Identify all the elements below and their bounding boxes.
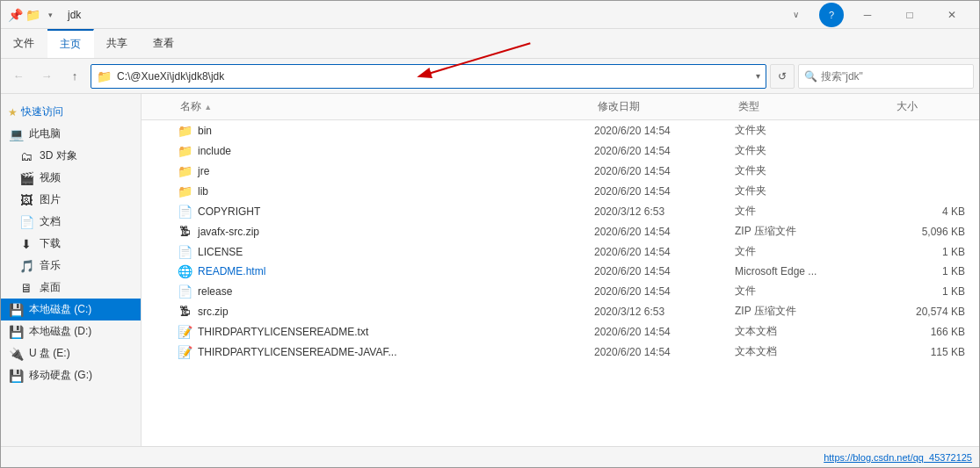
up-button[interactable]: ↑ xyxy=(62,64,87,89)
ribbon: 文件 主页 共享 查看 xyxy=(1,29,979,59)
desktop-icon: 🖥 xyxy=(18,281,34,295)
txt-icon: 📝 xyxy=(177,345,192,359)
3d-icon: 🗂 xyxy=(18,149,34,163)
sidebar-item-usb-e[interactable]: 🔌 U 盘 (E:) xyxy=(1,342,141,364)
sidebar-item-3d[interactable]: 🗂 3D 对象 xyxy=(1,145,141,167)
star-icon: ★ xyxy=(8,106,18,119)
folder-icon: 📁 xyxy=(177,184,192,198)
disk-c-icon: 💾 xyxy=(8,303,24,317)
quick-access-label: 快速访问 xyxy=(21,104,63,119)
file-name-cell: 📁 lib xyxy=(177,184,594,198)
titlebar-icons: 📌 📁 ▾ xyxy=(8,8,57,22)
file-row[interactable]: 📄 LICENSE 2020/6/20 14:54 文件 1 KB xyxy=(142,241,979,262)
tab-share[interactable]: 共享 xyxy=(94,29,141,58)
file-row[interactable]: 📄 release 2020/6/20 14:54 文件 1 KB xyxy=(142,281,979,301)
col-date[interactable]: 修改日期 xyxy=(594,97,735,116)
sidebar-item-local-d[interactable]: 💾 本地磁盘 (D:) xyxy=(1,320,141,342)
file-name-cell: 📄 LICENSE xyxy=(177,245,594,259)
file-name-cell: 📁 include xyxy=(177,144,594,158)
navbar: ← → ↑ 📁 C:\@XueXi\jdk\jdk8\jdk ▾ ↺ 🔍 xyxy=(1,59,979,94)
file-name-cell: 📁 jre xyxy=(177,164,594,178)
file-row[interactable]: 🗜 javafx-src.zip 2020/6/20 14:54 ZIP 压缩文… xyxy=(142,221,979,241)
file-name-cell: 📝 THIRDPARTYLICENSEREADME-JAVAF... xyxy=(177,345,594,359)
file-name-cell: 📄 COPYRIGHT xyxy=(177,205,594,219)
quick-access-icon: 📌 xyxy=(8,8,22,22)
file-row[interactable]: 📁 include 2020/6/20 14:54 文件夹 xyxy=(142,140,979,161)
file-name-cell: 🗜 src.zip xyxy=(177,305,594,318)
sidebar-item-music[interactable]: 🎵 音乐 xyxy=(1,255,141,277)
file-name-cell: 📄 release xyxy=(177,284,594,299)
file-row[interactable]: 📁 lib 2020/6/20 14:54 文件夹 xyxy=(142,181,979,201)
download-icon: ⬇ xyxy=(18,237,34,251)
music-icon: 🎵 xyxy=(18,259,34,273)
pc-icon: 💻 xyxy=(8,127,24,141)
sidebar-item-this-pc[interactable]: 💻 此电脑 xyxy=(1,123,141,145)
folder-icon: 📁 xyxy=(177,164,192,178)
sidebar-item-desktop[interactable]: 🖥 桌面 xyxy=(1,277,141,299)
search-bar[interactable]: 🔍 xyxy=(798,64,974,89)
close-button[interactable]: ✕ xyxy=(932,1,972,29)
folder-icon: 📁 xyxy=(177,124,192,138)
refresh-icon: ↺ xyxy=(778,70,787,83)
file-icon: 📄 xyxy=(177,284,192,299)
explorer-window: 📌 📁 ▾ jdk ∨ ? ─ □ ✕ 文件 主页 共享 xyxy=(0,0,980,468)
tab-home[interactable]: 主页 xyxy=(47,29,94,58)
chevron-button[interactable]: ∨ xyxy=(775,1,816,29)
address-folder-icon: 📁 xyxy=(97,69,112,83)
tab-file[interactable]: 文件 xyxy=(1,29,47,58)
window-title: jdk xyxy=(68,9,81,21)
folder-icon: 📁 xyxy=(25,8,40,22)
sidebar-item-removable-g[interactable]: 💾 移动硬盘 (G:) xyxy=(1,364,141,386)
file-list: 📁 bin 2020/6/20 14:54 文件夹 📁 include 2020… xyxy=(142,120,979,446)
search-input[interactable] xyxy=(821,70,944,83)
sort-arrow: ▲ xyxy=(204,103,212,112)
statusbar: https://blog.csdn.net/qq_45372125 xyxy=(1,446,979,467)
maximize-button[interactable]: □ xyxy=(889,1,930,29)
tab-view[interactable]: 查看 xyxy=(141,29,187,58)
forward-button[interactable]: → xyxy=(34,64,59,89)
file-icon: 📄 xyxy=(177,205,192,219)
picture-icon: 🖼 xyxy=(18,193,34,207)
file-row[interactable]: 🌐 README.html 2020/6/20 14:54 Microsoft … xyxy=(142,262,979,281)
minimize-button[interactable]: ─ xyxy=(847,1,888,29)
sidebar-item-video[interactable]: 🎬 视频 xyxy=(1,167,141,189)
file-header: 名称 ▲ 修改日期 类型 大小 xyxy=(142,94,979,120)
file-name-cell: 🗜 javafx-src.zip xyxy=(177,225,594,238)
help-button[interactable]: ? xyxy=(819,3,844,27)
address-dropdown-icon[interactable]: ▾ xyxy=(756,71,760,81)
file-row[interactable]: 📄 COPYRIGHT 2020/3/12 6:53 文件 4 KB xyxy=(142,201,979,221)
file-row[interactable]: 📝 THIRDPARTYLICENSEREADME-JAVAF... 2020/… xyxy=(142,342,979,362)
titlebar: 📌 📁 ▾ jdk ∨ ? ─ □ ✕ xyxy=(1,1,979,29)
file-area: 名称 ▲ 修改日期 类型 大小 📁 bin 2020/6/20 14:54 文件 xyxy=(142,94,979,446)
sidebar-item-local-c[interactable]: 💾 本地磁盘 (C:) xyxy=(1,299,141,320)
file-row[interactable]: 📁 jre 2020/6/20 14:54 文件夹 xyxy=(142,161,979,181)
sidebar-item-document[interactable]: 📄 文档 xyxy=(1,211,141,233)
file-row[interactable]: 🗜 src.zip 2020/3/12 6:53 ZIP 压缩文件 20,574… xyxy=(142,301,979,321)
removable-icon: 💾 xyxy=(8,369,24,383)
video-icon: 🎬 xyxy=(18,171,34,185)
address-text: C:\@XueXi\jdk\jdk8\jdk xyxy=(117,70,751,83)
refresh-button[interactable]: ↺ xyxy=(770,64,795,89)
col-size[interactable]: 大小 xyxy=(893,97,972,116)
titlebar-controls: ∨ ? ─ □ ✕ xyxy=(775,1,972,29)
disk-d-icon: 💾 xyxy=(8,325,24,339)
file-name-cell: 🌐 README.html xyxy=(177,264,594,278)
file-row[interactable]: 📁 bin 2020/6/20 14:54 文件夹 xyxy=(142,120,979,140)
statusbar-link[interactable]: https://blog.csdn.net/qq_45372125 xyxy=(824,452,972,463)
quick-access-header[interactable]: ★ 快速访问 xyxy=(1,101,141,123)
file-name-cell: 📁 bin xyxy=(177,124,594,138)
sidebar-item-download[interactable]: ⬇ 下载 xyxy=(1,233,141,255)
file-row[interactable]: 📝 THIRDPARTYLICENSEREADME.txt 2020/6/20 … xyxy=(142,321,979,342)
usb-icon: 🔌 xyxy=(8,347,24,361)
zip-icon: 🗜 xyxy=(177,225,192,238)
back-button[interactable]: ← xyxy=(6,64,31,89)
col-name[interactable]: 名称 ▲ xyxy=(177,97,594,116)
col-type[interactable]: 类型 xyxy=(735,97,893,116)
file-name-cell: 📝 THIRDPARTYLICENSEREADME.txt xyxy=(177,325,594,339)
document-icon: 📄 xyxy=(18,215,34,229)
sidebar: ★ 快速访问 💻 此电脑 🗂 3D 对象 🎬 视频 🖼 图片 xyxy=(1,94,142,446)
dropdown-icon[interactable]: ▾ xyxy=(43,8,57,22)
address-bar[interactable]: 📁 C:\@XueXi\jdk\jdk8\jdk ▾ xyxy=(91,64,766,89)
sidebar-item-picture[interactable]: 🖼 图片 xyxy=(1,189,141,211)
file-icon: 📄 xyxy=(177,245,192,259)
